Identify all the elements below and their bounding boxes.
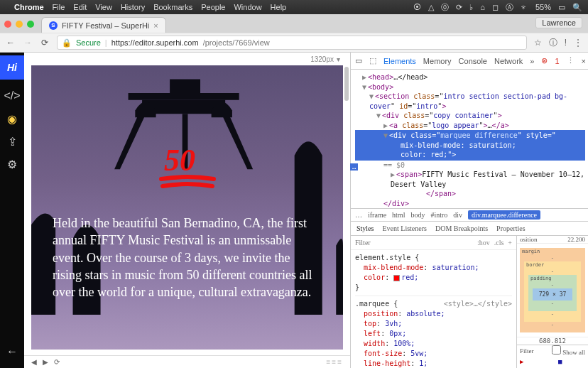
devtools-top-bar: ▭ ⬚ Elements Memory Console Network » ⊗1… <box>351 53 588 70</box>
back-button[interactable]: ← <box>6 38 16 48</box>
show-all-checkbox[interactable] <box>552 345 561 355</box>
star-icon[interactable]: ☆ <box>534 38 542 48</box>
menu-app-name[interactable]: Chrome <box>14 3 44 11</box>
menu-window[interactable]: Window <box>234 3 261 11</box>
subtab-event-listeners[interactable]: Event Listeners <box>382 224 426 232</box>
reload-button[interactable]: ⟳ <box>40 38 50 48</box>
cls-toggle[interactable]: .cls <box>494 239 504 247</box>
menu-edit[interactable]: Edit <box>73 3 87 11</box>
styles-filter-input[interactable] <box>355 239 473 247</box>
window-minimize-button[interactable] <box>16 21 23 28</box>
devtools-panel: ▭ ⬚ Elements Memory Console Network » ⊗1… <box>350 53 588 368</box>
window-close-button[interactable] <box>4 21 11 28</box>
menu-file[interactable]: File <box>53 3 65 11</box>
devtools-tab-memory[interactable]: Memory <box>423 57 452 65</box>
devtools-tab-console[interactable]: Console <box>459 57 487 65</box>
error-count: 1 <box>555 57 559 65</box>
viewport-size-control[interactable]: 1320px ▾ <box>24 53 350 65</box>
device-toggle-icon[interactable]: ⬚ <box>369 56 376 66</box>
hov-toggle[interactable]: :hov <box>477 239 490 247</box>
subtab-styles[interactable]: Styles <box>356 224 374 232</box>
code-icon[interactable]: </> <box>6 90 18 102</box>
devtools-more-tabs[interactable]: » <box>530 57 534 65</box>
emoji-number: 50 <box>164 144 195 178</box>
settings-icon[interactable]: ⚙ <box>6 158 18 171</box>
browser-tab[interactable]: S FIFTY Festival – SuperHi × <box>41 17 166 33</box>
prev-icon[interactable]: ◀ <box>31 358 37 366</box>
secure-label: Secure <box>76 38 101 47</box>
next-icon[interactable]: ▶ <box>43 358 48 366</box>
preview-pane: 1320px ▾ 50 <box>24 53 350 368</box>
styles-subtabs: Styles Event Listeners DOM Breakpoints P… <box>351 222 588 236</box>
new-rule-button[interactable]: + <box>508 239 512 247</box>
reload-preview-icon[interactable]: ⟳ <box>54 358 60 366</box>
devtools-tab-elements[interactable]: Elements <box>383 57 416 65</box>
menu-bookmarks[interactable]: Bookmarks <box>153 3 192 11</box>
url-path: /projects/7669/view <box>203 38 270 47</box>
workspace: Hi </> ◉ ⇪ ⚙ ← 1320px ▾ <box>0 53 588 368</box>
chevron-down-icon: ▾ <box>337 55 340 63</box>
chrome-menu-icon[interactable]: ⋮ <box>574 38 582 48</box>
hundred-emoji: 50 <box>156 144 219 193</box>
show-all-label: Show all <box>562 349 585 356</box>
subtab-dom-breakpoints[interactable]: DOM Breakpoints <box>435 224 488 232</box>
upload-icon[interactable]: ⇪ <box>6 135 18 148</box>
error-icon[interactable]: ⊗ <box>541 56 548 65</box>
info-icon[interactable]: ⓘ <box>549 37 557 49</box>
devtools-close-icon[interactable]: × <box>582 57 586 65</box>
status-icon[interactable]: ⦿ <box>413 3 421 11</box>
status-icon[interactable]: ♭ <box>469 3 473 12</box>
spotlight-icon[interactable]: 🔍 <box>572 3 582 12</box>
menu-people[interactable]: People <box>201 3 225 11</box>
chrome-profile-badge[interactable]: Lawrence <box>535 17 582 28</box>
back-icon[interactable]: ← <box>6 345 18 358</box>
menu-help[interactable]: Help <box>271 3 287 11</box>
menu-view[interactable]: View <box>95 3 112 11</box>
preview-footer: ◀ ▶ ⟳ ≡≡≡ <box>24 355 350 368</box>
preview-scrollbar[interactable] <box>344 67 349 101</box>
styles-area: :hov .cls + element.style { mix-blend-mo… <box>351 236 588 368</box>
eye-icon[interactable]: ◉ <box>6 112 18 125</box>
tab-close-icon[interactable]: × <box>153 21 158 30</box>
crumb[interactable]: iframe <box>368 211 386 219</box>
crumb[interactable]: html <box>392 211 405 219</box>
dom-tree[interactable]: ▶<head>…</head> ▼<body> ▼<section class=… <box>351 70 588 209</box>
computed-borders[interactable]: ▶ border-…■ rgb(2 ▶ border-…none ▶ borde… <box>517 356 588 368</box>
devtools-settings-icon[interactable]: ⋮ <box>567 56 575 65</box>
computed-width: 680.812 <box>517 337 588 345</box>
battery-icon: ▭ <box>558 3 565 12</box>
crumb[interactable]: … <box>355 211 362 219</box>
status-icon[interactable]: △ <box>428 3 434 12</box>
warn-icon[interactable]: ! <box>565 38 567 48</box>
dom-breadcrumb[interactable]: … iframe html body #intro div div.marque… <box>351 209 588 222</box>
window-zoom-button[interactable] <box>27 21 34 28</box>
inspect-icon[interactable]: ▭ <box>355 56 362 66</box>
computed-filter-label[interactable]: Filter <box>520 347 534 355</box>
status-icon[interactable]: ◻ <box>492 3 499 12</box>
menu-history[interactable]: History <box>121 3 145 11</box>
dom-selected-node[interactable]: ▼<div class="marquee difference" style="… <box>355 130 585 161</box>
box-model-content: 729 × 37 <box>533 288 572 301</box>
css-rules[interactable]: element.style { mix-blend-mode: saturati… <box>351 250 516 368</box>
status-icon[interactable]: ⓪ <box>441 2 449 13</box>
crumb[interactable]: #intro <box>430 211 447 219</box>
subtab-properties[interactable]: Properties <box>496 224 526 232</box>
status-icon[interactable]: ⌂ <box>480 3 485 11</box>
battery-pct: 55% <box>535 3 551 11</box>
styles-filter-row: :hov .cls + <box>351 236 516 250</box>
superhi-logo[interactable]: Hi <box>0 55 24 80</box>
address-bar[interactable]: 🔒 Secure | https://editor.superhi.com/pr… <box>57 36 527 50</box>
wifi-icon[interactable]: ᯤ <box>521 3 528 11</box>
site-preview[interactable]: 50 Held in the beautiful San Bernadino, … <box>31 65 343 350</box>
crumb[interactable]: div <box>453 211 462 219</box>
status-icon[interactable]: ⟳ <box>456 3 462 12</box>
macos-menu-bar: Chrome File Edit View History Bookmarks … <box>0 0 588 14</box>
crumb[interactable]: body <box>410 211 425 219</box>
crumb-selected[interactable]: div.marquee.difference <box>468 210 540 220</box>
tab-title: FIFTY Festival – SuperHi <box>62 21 149 30</box>
resize-grip-icon[interactable]: ≡≡≡ <box>326 358 343 366</box>
box-model[interactable]: margin - border - padding - 729 × 37 - -… <box>517 244 588 337</box>
status-icon[interactable]: Ⓐ <box>506 2 513 13</box>
devtools-tab-network[interactable]: Network <box>494 57 523 65</box>
metrics-column: osition22.200 margin - border - padding … <box>517 236 588 368</box>
